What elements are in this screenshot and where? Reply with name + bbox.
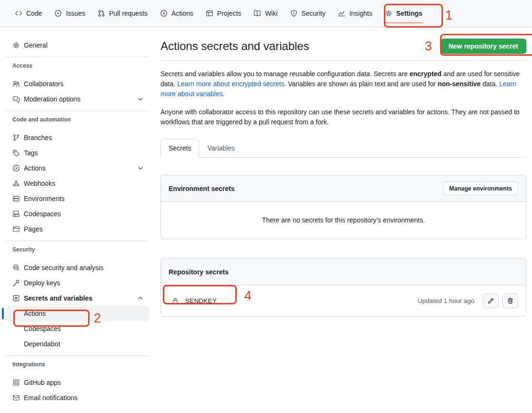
tab-label: Code (26, 10, 42, 17)
sidebar-subitem-codespaces[interactable]: Codespaces (6, 321, 149, 336)
gear-icon (385, 10, 392, 17)
sidebar-section-access: Access (6, 61, 149, 71)
git-branch-icon (12, 134, 20, 141)
environment-secrets-card: Environment secrets Manage environments … (161, 175, 526, 239)
tab-label: Actions (171, 10, 193, 17)
tab-code[interactable]: Code (10, 0, 47, 27)
sidebar-item-label: Secrets and variables (24, 294, 92, 302)
sidebar-item-label: General (24, 41, 48, 49)
sidebar-item-pages[interactable]: Pages (6, 222, 149, 237)
sidebar-item-label: Tags (24, 149, 38, 157)
repository-secrets-title: Repository secrets (169, 268, 229, 276)
codescan-icon (12, 264, 20, 272)
secret-updated-text: Updated 1 hour ago (418, 297, 474, 304)
sidebar-item-deploy-keys[interactable]: Deploy keys (6, 275, 149, 291)
sidebar-item-label: Environments (24, 195, 65, 202)
tab-label: Security (301, 10, 326, 17)
browser-icon (12, 225, 20, 233)
edit-secret-button[interactable] (483, 293, 499, 308)
tab-label: Projects (217, 10, 241, 17)
sidebar-subitem-actions[interactable]: Actions (6, 306, 149, 321)
sidebar-item-label: Pages (24, 225, 43, 233)
sidebar-divider (6, 241, 149, 241)
sidebar-item-label: Moderation options (24, 95, 80, 103)
tab-label: Settings (396, 10, 422, 17)
sidebar-item-code-security[interactable]: Code security and analysis (6, 260, 149, 275)
sidebar-item-moderation-options[interactable]: Moderation options (6, 91, 149, 107)
sidebar-subitem-dependabot[interactable]: Dependabot (6, 336, 149, 352)
main-content: Actions secrets and variables New reposi… (155, 27, 532, 405)
tab-pull-requests[interactable]: Pull requests (93, 0, 152, 27)
secret-row-sendkey: SENDKEY Updated 1 hour ago (161, 285, 526, 316)
webhook-icon (12, 180, 20, 187)
sidebar-item-label: Codespaces (24, 325, 61, 332)
sidebar-item-github-apps[interactable]: GitHub apps (6, 375, 149, 390)
sidebar-item-tags[interactable]: Tags (6, 145, 149, 161)
tab-wiki[interactable]: Wiki (249, 0, 282, 27)
intro-bold-non-sensitive: non-sensitive (438, 80, 481, 88)
sidebar-item-branches[interactable]: Branches (6, 130, 149, 145)
manage-environments-button[interactable]: Manage environments (443, 181, 518, 195)
new-repository-secret-button[interactable]: New repository secret (441, 39, 526, 54)
tab-variables[interactable]: Variables (199, 139, 242, 158)
server-icon (12, 195, 20, 202)
tab-security[interactable]: Security (285, 0, 331, 27)
tab-settings[interactable]: Settings (380, 0, 427, 27)
codespaces-icon (12, 210, 20, 218)
tab-projects[interactable]: Projects (201, 0, 246, 27)
sidebar-item-label: Deploy keys (24, 279, 60, 287)
people-icon (12, 80, 20, 88)
key-icon (12, 279, 20, 287)
sidebar-section-integrations: Integrations (6, 360, 149, 369)
tab-label: Issues (66, 10, 85, 17)
chevron-down-icon (137, 164, 144, 172)
book-icon (253, 10, 261, 17)
sidebar-item-secrets-and-variables[interactable]: Secrets and variables (6, 291, 149, 306)
issue-opened-icon (54, 10, 62, 17)
mail-icon (12, 394, 20, 402)
sidebar-divider (6, 355, 149, 356)
link-encrypted-secrets[interactable]: Learn more about encrypted secrets (177, 80, 284, 88)
tab-insights[interactable]: Insights (333, 0, 377, 27)
tag-icon (12, 149, 20, 157)
environment-secrets-empty-text: There are no secrets for this repository… (161, 202, 526, 239)
pencil-icon (487, 297, 494, 304)
lock-icon (171, 297, 179, 305)
github-settings-page: Code Issues Pull requests Actions Projec… (0, 0, 532, 413)
graph-icon (338, 10, 345, 17)
intro-paragraph: Secrets and variables allow you to manag… (161, 69, 526, 99)
play-icon (12, 164, 20, 172)
table-icon (206, 10, 213, 17)
sidebar-item-email-notifications[interactable]: Email notifications (6, 390, 149, 405)
sidebar-item-label: Actions (24, 310, 46, 317)
sidebar-item-label: Code security and analysis (24, 264, 103, 272)
sidebar-item-webhooks[interactable]: Webhooks (6, 176, 149, 191)
sidebar-item-collaborators[interactable]: Collaborators (6, 76, 149, 91)
sidebar-item-label: Dependabot (24, 340, 60, 348)
tab-label: Pull requests (109, 10, 148, 17)
sidebar-item-label: Actions (24, 164, 46, 172)
comment-discussion-icon (12, 95, 20, 103)
title-divider (161, 60, 526, 61)
sidebar-divider (6, 57, 149, 57)
sidebar-section-security: Security (6, 245, 149, 254)
intro-text: . (223, 90, 225, 98)
apps-icon (12, 379, 20, 386)
access-paragraph: Anyone with collaborator access to this … (161, 107, 526, 127)
intro-text: data. (481, 80, 499, 88)
trash-icon (507, 297, 514, 304)
chevron-up-icon (137, 294, 144, 302)
tab-issues[interactable]: Issues (50, 0, 90, 27)
chevron-down-icon (137, 95, 144, 103)
sidebar-item-codespaces[interactable]: Codespaces (6, 206, 149, 222)
sidebar-item-actions[interactable]: Actions (6, 161, 149, 176)
tab-actions[interactable]: Actions (155, 0, 198, 27)
sidebar-item-general[interactable]: General (6, 38, 149, 53)
tab-label: Wiki (265, 10, 277, 17)
sidebar-item-environments[interactable]: Environments (6, 191, 149, 206)
secret-name: SENDKEY (185, 297, 217, 304)
environment-secrets-title: Environment secrets (169, 185, 235, 192)
delete-secret-button[interactable] (502, 293, 518, 308)
tab-secrets[interactable]: Secrets (161, 139, 199, 158)
shield-icon (290, 10, 298, 17)
